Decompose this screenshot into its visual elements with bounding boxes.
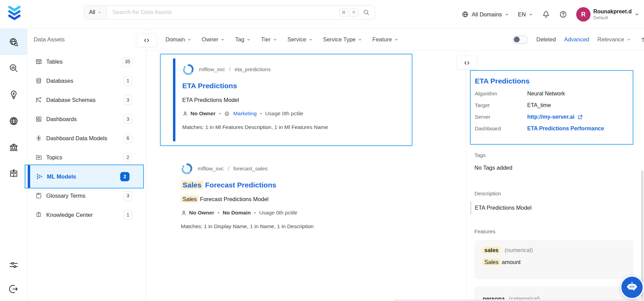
field-value: ETA_time: [527, 102, 551, 108]
sidebar-item-knowledge-center[interactable]: Knowledge Center1: [27, 205, 146, 224]
rail-item-logout[interactable]: [0, 277, 27, 301]
asset-fqn-name[interactable]: forecast_sales: [233, 166, 268, 172]
search-scope-select[interactable]: All: [84, 5, 107, 19]
service-name[interactable]: mlflow_svc: [199, 66, 225, 73]
summary-field-row: AlgorithmNeural Network: [475, 91, 628, 97]
sort-select[interactable]: Relevance: [597, 36, 631, 43]
filter-dropdown-service[interactable]: Service: [287, 36, 313, 43]
user-name: Rounakpreet.d: [593, 8, 632, 15]
filter-bar: DomainOwnerTagTierServiceService TypeFea…: [147, 29, 644, 51]
count-badge: 1: [123, 210, 133, 220]
rail-item-explore[interactable]: [0, 29, 27, 55]
help-icon[interactable]: [559, 10, 567, 18]
filter-dropdown-domain[interactable]: Domain: [165, 36, 191, 43]
asset-title-link[interactable]: ETA Predictions: [182, 82, 237, 90]
sidebar-item-label: Glossary Terms: [46, 193, 123, 199]
filter-dropdown-label: Feature: [372, 36, 392, 43]
feature-name-row: sales (numerical): [483, 247, 633, 253]
search-input[interactable]: [107, 9, 339, 16]
count-badge: 3: [123, 191, 133, 200]
deleted-toggle[interactable]: [512, 36, 528, 44]
count-badge: 2: [120, 172, 129, 181]
title-text: Forecast Predictions: [203, 181, 276, 189]
domain-selector[interactable]: All Domains: [461, 11, 509, 18]
rail-item-domains-globe[interactable]: [0, 108, 27, 134]
glossary-icon: [35, 192, 42, 199]
collapse-sidebar-button[interactable]: [136, 33, 157, 47]
asset-description: ETA Predictions Model: [182, 97, 406, 103]
result-card[interactable]: mlflow_svc/forecast_salesSales Forecast …: [160, 157, 412, 236]
icon-rail: [0, 29, 27, 301]
advanced-search-link[interactable]: Advanced: [564, 36, 589, 43]
sidebar-item-database-schemas[interactable]: Database Schemas3: [27, 90, 146, 109]
rail-item-knowledge-book[interactable]: [0, 160, 27, 187]
sidebar-item-topics[interactable]: Topics2: [27, 148, 146, 167]
filter-dropdown-feature[interactable]: Feature: [372, 36, 398, 43]
breadcrumb-separator: /: [229, 66, 231, 73]
sidebar-item-dashboard-data-models[interactable]: Dashboard Data Models6: [27, 129, 146, 148]
sidebar-item-ml-models[interactable]: ML Models2: [25, 165, 144, 188]
sort-direction-icon[interactable]: [639, 36, 644, 43]
database-icon: [35, 77, 42, 84]
filter-bar-right: Deleted Advanced Relevance: [512, 36, 644, 44]
sidebar-item-label: Database Schemas: [46, 97, 123, 103]
sidebar-item-tables[interactable]: Tables35: [27, 52, 146, 71]
search-highlight: Sales: [483, 259, 500, 265]
rail-item-insights[interactable]: [0, 81, 27, 108]
sidebar-item-databases[interactable]: Databases1: [27, 71, 146, 90]
filter-dropdown-label: Tier: [261, 36, 271, 43]
rail-item-settings-sliders[interactable]: [0, 253, 27, 277]
field-value-text: ETA Predictions Performance: [527, 126, 604, 132]
selected-indicator-bar: [173, 58, 175, 141]
chevron-down-icon: [221, 38, 225, 42]
chatbot-button[interactable]: [620, 275, 644, 299]
search-scope-value: All: [89, 9, 95, 15]
dashboard-icon: [35, 116, 42, 122]
command-key-badge: ⌘: [339, 9, 348, 16]
notifications-bell-icon[interactable]: [542, 10, 550, 18]
rail-item-observability[interactable]: [0, 55, 27, 81]
topic-icon: [35, 154, 42, 161]
asset-fqn-name[interactable]: eta_predictions: [235, 66, 271, 73]
summary-field-row: Serverhttp://my-server.ai: [475, 114, 628, 120]
sidebar-item-glossary-terms[interactable]: Glossary Terms3: [27, 186, 146, 205]
mlflow-service-icon: [181, 162, 194, 175]
filter-dropdown-service-type[interactable]: Service Type: [323, 36, 362, 43]
search-highlight: Sales: [181, 181, 203, 189]
count-badge: 35: [122, 57, 133, 66]
asset-title-link[interactable]: Sales Forecast Predictions: [181, 181, 276, 189]
filter-dropdown-tier[interactable]: Tier: [261, 36, 277, 43]
sidebar-item-label: Databases: [46, 78, 123, 84]
service-name[interactable]: mlflow_svc: [198, 166, 224, 172]
chevron-down-icon: [98, 10, 102, 14]
field-value-text: ETA_time: [527, 102, 551, 108]
collapse-preview-button[interactable]: [456, 56, 477, 70]
matches-text: Matches: 1 in Display Name, 1 in Name, 1…: [181, 223, 407, 230]
sidebar-item-label: Knowledge Center: [46, 212, 123, 218]
domain-link[interactable]: Marketing: [233, 110, 257, 117]
count-badge: 6: [123, 134, 133, 143]
user-menu[interactable]: R Rounakpreet.d Default: [576, 7, 639, 22]
person-icon: [182, 111, 188, 117]
field-value-link[interactable]: ETA Predictions Performance: [527, 126, 604, 132]
chevron-down-icon: [627, 37, 631, 42]
filter-dropdown-owner[interactable]: Owner: [202, 36, 225, 43]
field-value-link[interactable]: http://my-server.ai: [527, 114, 583, 120]
explore-icon: [9, 37, 19, 47]
horizontal-scrollbar[interactable]: [394, 299, 644, 301]
filter-dropdown-tag[interactable]: Tag: [235, 36, 251, 43]
app-logo-icon[interactable]: [7, 4, 22, 21]
search-icon[interactable]: [363, 9, 370, 16]
result-card[interactable]: mlflow_svc/eta_predictionsETA Prediction…: [160, 54, 412, 146]
language-selector[interactable]: EN: [518, 11, 533, 18]
asset-description: Sales Forecast Predictions Model: [181, 196, 407, 202]
preview-title-link[interactable]: ETA Predictions: [475, 77, 628, 85]
logout-icon: [9, 284, 19, 294]
rail-item-governance[interactable]: [0, 134, 27, 160]
user-avatar[interactable]: R: [576, 7, 591, 22]
sidebar-item-dashboards[interactable]: Dashboards3: [27, 109, 146, 129]
separator-dot: •: [254, 210, 256, 215]
owner-text: No Owner: [189, 210, 214, 216]
filter-dropdown-label: Service: [287, 36, 306, 43]
settings-sliders-icon: [9, 260, 19, 270]
